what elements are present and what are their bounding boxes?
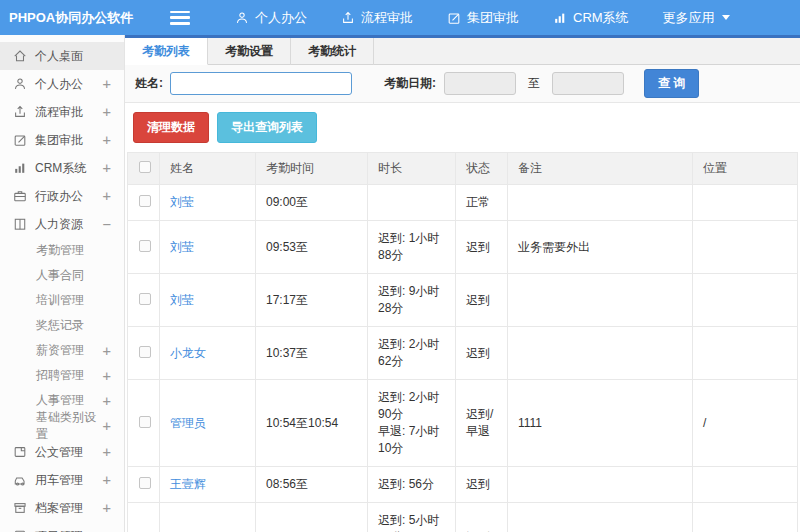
table-body: 刘莹09:00至正常刘莹09:53至迟到: 1小时88分迟到业务需要外出刘莹17… [128,185,798,532]
expand-toggle-icon[interactable]: + [103,472,111,488]
note-cell [508,185,693,221]
sidebar-item-3[interactable]: 集团审批+ [0,126,124,154]
share-icon [341,11,355,25]
table-header-row: 姓名考勤时间时长状态备注位置 [128,153,798,185]
sidebar-item-5[interactable]: 行政办公+ [0,182,124,210]
expand-toggle-icon[interactable]: + [103,188,111,204]
duration-cell: 迟到: 56分 [368,467,456,503]
attendance-time-cell: 08:56至 [256,467,368,503]
employee-name-link[interactable]: 王壹辉 [170,477,206,491]
user-icon [235,11,249,25]
tab-bar: 考勤列表考勤设置考勤统计 [125,35,800,65]
attendance-time-cell: 09:53至 [256,221,368,274]
table-row: 黄蓉13:20至13:20迟到: 5小时33分早退: 4小时67分迟到/早退/ [128,503,798,532]
row-checkbox[interactable] [139,195,151,207]
tab-label: 考勤统计 [308,43,356,60]
nav-item-label: 更多应用 [663,9,715,27]
clear-data-button[interactable]: 清理数据 [133,112,209,143]
expand-toggle-icon[interactable]: + [103,393,111,409]
sidebar-item-label: 档案管理 [35,500,83,517]
edit-icon [447,11,461,25]
tab-2[interactable]: 考勤统计 [291,38,374,65]
note-cell: 1111 [508,380,693,467]
sidebar-item-2[interactable]: 流程审批+ [0,98,124,126]
date-to-input[interactable] [552,72,624,95]
export-list-button[interactable]: 导出查询列表 [217,112,317,143]
sidebar-item-6[interactable]: 人力资源− [0,210,124,238]
sidebar-subitem-2[interactable]: 培训管理 [0,288,124,313]
name-cell: 小龙女 [160,327,256,380]
attendance-time-cell: 09:00至 [256,185,368,221]
expand-toggle-icon[interactable]: + [103,528,111,532]
sidebar-item-10[interactable]: 项目管理+ [0,522,124,532]
name-cell: 刘莹 [160,221,256,274]
duration-cell: 迟到: 5小时33分早退: 4小时67分 [368,503,456,532]
sidebar-subitem-4[interactable]: 薪资管理+ [0,338,124,363]
status-cell: 迟到 [456,327,508,380]
expand-toggle-icon[interactable]: + [103,132,111,148]
sidebar-subitem-5[interactable]: 招聘管理+ [0,363,124,388]
expand-toggle-icon[interactable]: + [103,76,111,92]
search-button[interactable]: 查 询 [644,69,699,98]
expand-toggle-icon[interactable]: + [103,500,111,516]
expand-toggle-icon[interactable]: + [103,160,111,176]
attendance-time-cell: 17:17至 [256,274,368,327]
status-cell: 迟到/早退 [456,380,508,467]
table-row: 王壹辉08:56至迟到: 56分迟到 [128,467,798,503]
sidebar-subitem-label: 考勤管理 [36,242,84,259]
car-icon [13,473,27,487]
sidebar-item-8[interactable]: 用车管理+ [0,466,124,494]
row-checkbox[interactable] [139,293,151,305]
expand-toggle-icon[interactable]: + [103,444,111,460]
sidebar-subitem-0[interactable]: 考勤管理 [0,238,124,263]
row-checkbox[interactable] [139,416,151,428]
sidebar-item-0[interactable]: 个人桌面 [0,42,124,70]
sidebar-subitem-label: 招聘管理 [36,367,84,384]
note-cell [508,467,693,503]
sidebar-subitem-3[interactable]: 奖惩记录 [0,313,124,338]
archive-icon [13,501,27,515]
sidebar-item-1[interactable]: 个人办公+ [0,70,124,98]
select-all-checkbox[interactable] [139,161,151,173]
expand-toggle-icon[interactable]: + [103,368,111,384]
filter-bar: 姓名: 考勤日期: 至 查 询 [125,65,800,103]
sidebar-subitem-7[interactable]: 基础类别设置+ [0,413,124,438]
row-checkbox[interactable] [139,240,151,252]
employee-name-link[interactable]: 刘莹 [170,240,194,254]
status-cell: 迟到 [456,274,508,327]
tab-1[interactable]: 考勤设置 [208,38,291,65]
sidebar-item-label: 人力资源 [35,216,83,233]
column-header-0: 姓名 [160,153,256,185]
expand-toggle-icon[interactable]: − [103,216,111,232]
nav-item-4[interactable]: 更多应用 [646,0,753,35]
briefcase-icon [13,189,27,203]
employee-name-link[interactable]: 管理员 [170,416,206,430]
tab-0[interactable]: 考勤列表 [125,38,208,65]
menu-icon[interactable] [170,11,190,25]
nav-item-3[interactable]: CRM系统 [536,0,646,35]
sidebar-subitem-1[interactable]: 人事合同 [0,263,124,288]
nav-item-2[interactable]: 集团审批 [430,0,536,35]
expand-toggle-icon[interactable]: + [103,343,111,359]
header-checkbox-cell [128,153,160,185]
attendance-time-cell: 13:20至13:20 [256,503,368,532]
employee-name-link[interactable]: 小龙女 [170,346,206,360]
row-checkbox[interactable] [139,477,151,489]
sidebar-item-label: 个人办公 [35,76,83,93]
app-logo: PHPOA协同办公软件 [0,9,160,27]
sidebar-item-9[interactable]: 档案管理+ [0,494,124,522]
row-checkbox[interactable] [139,346,151,358]
nav-item-0[interactable]: 个人办公 [218,0,324,35]
nav-item-1[interactable]: 流程审批 [324,0,430,35]
sidebar-item-4[interactable]: CRM系统+ [0,154,124,182]
employee-name-link[interactable]: 刘莹 [170,293,194,307]
date-from-input[interactable] [444,72,516,95]
employee-name-link[interactable]: 刘莹 [170,195,194,209]
table-row: 管理员10:54至10:54迟到: 2小时90分早退: 7小时10分迟到/早退1… [128,380,798,467]
name-input[interactable] [170,72,352,95]
sidebar-item-label: 项目管理 [35,528,83,532]
expand-toggle-icon[interactable]: + [103,104,111,120]
table-row: 刘莹17:17至迟到: 9小时28分迟到 [128,274,798,327]
expand-toggle-icon[interactable]: + [103,418,111,434]
sidebar-subitem-label: 薪资管理 [36,342,84,359]
